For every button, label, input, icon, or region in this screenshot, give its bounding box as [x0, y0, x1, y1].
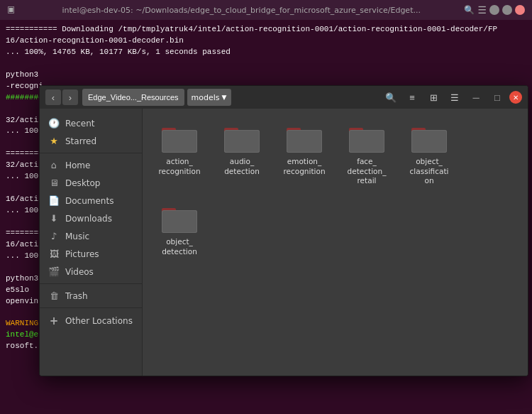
- terminal-icon: ▣: [7, 4, 18, 16]
- trash-icon: 🗑: [48, 290, 60, 301]
- svg-rect-3: [162, 131, 196, 152]
- svg-rect-19: [412, 131, 446, 152]
- sidebar-label-desktop: Desktop: [65, 178, 101, 188]
- sidebar-item-music[interactable]: ♪ Music: [40, 227, 142, 245]
- desktop-icon: 🖥: [48, 178, 60, 188]
- sidebar-sep-3: [40, 307, 142, 308]
- fm-close-button[interactable]: ✕: [509, 91, 522, 104]
- folder-icon-object-detection: [160, 203, 199, 234]
- sidebar-item-home[interactable]: ⌂ Home: [40, 156, 142, 174]
- other-locations-icon: +: [48, 315, 60, 327]
- search-icon[interactable]: 🔍: [464, 5, 475, 15]
- fm-sidebar: 🕐 Recent ★ Starred ⌂ Home 🖥 Desktop 📄 Do…: [40, 109, 143, 376]
- sidebar-item-downloads[interactable]: ⬇ Downloads: [40, 209, 142, 227]
- folder-audio-detection[interactable]: audio_detection: [216, 120, 267, 189]
- minimize-button[interactable]: ─: [489, 5, 499, 15]
- sidebar-label-other: Other Locations: [65, 316, 133, 326]
- folder-action-recognition[interactable]: action_recognition: [154, 120, 205, 189]
- menu-button[interactable]: ☰: [445, 89, 464, 106]
- svg-rect-23: [162, 211, 196, 232]
- fm-minimize-button[interactable]: ─: [467, 89, 485, 106]
- folder-name-object-detection: object_detection: [162, 237, 197, 256]
- terminal-line-3: ... 100%, 14765 KB, 10177 KB/s, 1 second…: [6, 47, 526, 58]
- terminal-line-2: 16/action-recognition-0001-decoder.bin: [6, 36, 526, 47]
- fm-nav-buttons: ‹ ›: [45, 89, 78, 105]
- fm-breadcrumb: Edge_Video..._Resources models ▼: [82, 89, 377, 106]
- folder-object-classification[interactable]: object_classification: [404, 120, 455, 189]
- folder-icon-object-classification: [410, 123, 448, 154]
- svg-rect-7: [225, 131, 259, 152]
- file-manager: ‹ › Edge_Video..._Resources models ▼ 🔍 ≡…: [39, 85, 528, 376]
- home-icon: ⌂: [48, 160, 60, 170]
- starred-icon: ★: [48, 136, 60, 146]
- terminal-title: intel@esh-dev-05: ~/Downloads/edge_to_cl…: [24, 6, 458, 15]
- videos-icon: 🎬: [48, 266, 60, 277]
- sidebar-item-other[interactable]: + Other Locations: [40, 311, 142, 331]
- terminal-line-1: =========== Downloading /tmp/tmplyatruk4…: [6, 24, 526, 36]
- forward-button[interactable]: ›: [62, 89, 78, 105]
- sidebar-item-recent[interactable]: 🕐 Recent: [40, 114, 142, 132]
- folder-icon-action-recognition: [160, 123, 199, 154]
- music-icon: ♪: [48, 231, 60, 241]
- folder-face-detection-retail[interactable]: face_detection_retail: [341, 120, 392, 189]
- svg-rect-15: [350, 131, 384, 152]
- sidebar-item-desktop[interactable]: 🖥 Desktop: [40, 174, 142, 192]
- terminal-window-controls: 🔍 ☰ ─ □ ✕: [464, 4, 525, 16]
- sidebar-label-home: Home: [65, 160, 90, 170]
- sidebar-label-documents: Documents: [65, 196, 113, 206]
- documents-icon: 📄: [48, 195, 60, 206]
- fm-maximize-button[interactable]: □: [488, 89, 506, 106]
- menu-icon[interactable]: ☰: [477, 4, 487, 16]
- folder-name-audio-detection: audio_detection: [224, 157, 260, 176]
- view-options-button[interactable]: ⊞: [424, 89, 443, 106]
- folder-name-object-classification: object_classification: [410, 157, 449, 186]
- folder-emotion-recognition[interactable]: emotion_recognition: [279, 120, 330, 189]
- folder-icon-emotion-recognition: [285, 123, 323, 154]
- sidebar-item-documents[interactable]: 📄 Documents: [40, 192, 142, 209]
- folder-object-detection[interactable]: object_detection: [154, 200, 205, 259]
- fm-folder-grid: action_recognition audio_detection: [154, 120, 516, 259]
- fm-content: action_recognition audio_detection: [143, 109, 528, 376]
- sidebar-label-recent: Recent: [65, 119, 94, 129]
- sidebar-label-videos: Videos: [65, 267, 94, 277]
- terminal-line-5: python3: [6, 70, 526, 81]
- downloads-icon: ⬇: [48, 213, 60, 224]
- sidebar-item-starred[interactable]: ★ Starred: [40, 132, 142, 150]
- sidebar-label-trash: Trash: [65, 291, 88, 301]
- fm-toolbar-right: 🔍 ≡ ⊞ ☰ ─ □ ✕: [382, 89, 522, 106]
- folder-icon-face-detection-retail: [348, 123, 386, 154]
- folder-name-face-detection-retail: face_detection_retail: [348, 157, 387, 186]
- sidebar-sep-2: [40, 283, 142, 284]
- breadcrumb-part2[interactable]: models ▼: [187, 89, 231, 106]
- svg-rect-11: [287, 131, 321, 152]
- sidebar-label-starred: Starred: [65, 136, 96, 146]
- terminal-line-4: [6, 58, 526, 70]
- search-button[interactable]: 🔍: [382, 89, 400, 106]
- list-view-button[interactable]: ≡: [403, 89, 421, 106]
- fm-body: 🕐 Recent ★ Starred ⌂ Home 🖥 Desktop 📄 Do…: [40, 109, 528, 376]
- pictures-icon: 🖼: [48, 249, 60, 259]
- sidebar-label-pictures: Pictures: [65, 249, 99, 259]
- folder-name-emotion-recognition: emotion_recognition: [283, 157, 325, 176]
- sidebar-label-music: Music: [65, 231, 89, 241]
- dropdown-arrow-icon: ▼: [222, 94, 227, 101]
- back-button[interactable]: ‹: [45, 89, 61, 105]
- folder-icon-audio-detection: [223, 123, 261, 154]
- breadcrumb-part1[interactable]: Edge_Video..._Resources: [82, 89, 184, 106]
- sidebar-sep-1: [40, 153, 142, 153]
- sidebar-item-videos[interactable]: 🎬 Videos: [40, 263, 142, 280]
- terminal-titlebar: ▣ intel@esh-dev-05: ~/Downloads/edge_to_…: [0, 0, 532, 20]
- sidebar-item-trash[interactable]: 🗑 Trash: [40, 287, 142, 305]
- sidebar-item-pictures[interactable]: 🖼 Pictures: [40, 245, 142, 263]
- fm-titlebar: ‹ › Edge_Video..._Resources models ▼ 🔍 ≡…: [40, 86, 528, 109]
- folder-name-action-recognition: action_recognition: [158, 157, 200, 176]
- recent-icon: 🕐: [48, 118, 60, 129]
- close-button[interactable]: ✕: [515, 5, 525, 15]
- sidebar-label-downloads: Downloads: [65, 214, 112, 224]
- maximize-button[interactable]: □: [502, 5, 512, 15]
